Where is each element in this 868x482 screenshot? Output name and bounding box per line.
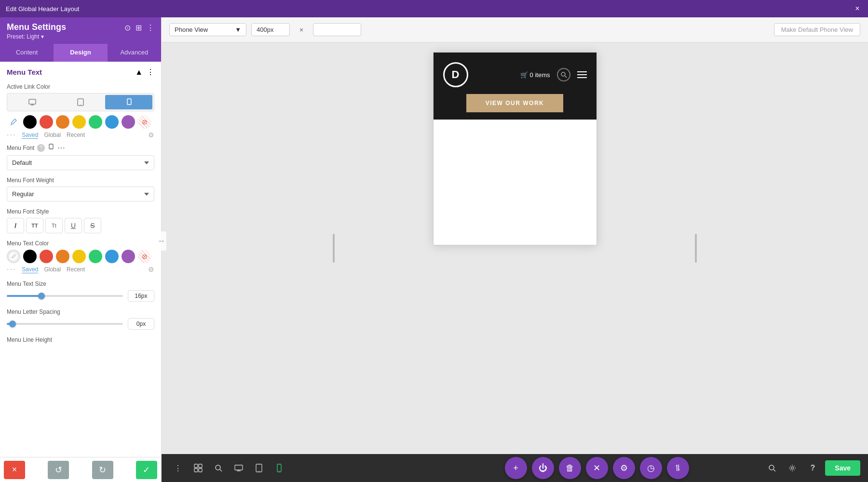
menu-letter-spacing-track[interactable] bbox=[7, 323, 123, 325]
panel-dots-icon[interactable]: ⋮ bbox=[147, 23, 154, 32]
style-underline[interactable]: U bbox=[65, 218, 82, 233]
menu-font-weight-select[interactable]: Regular Bold Light bbox=[7, 187, 154, 201]
bt-add-btn[interactable]: + bbox=[505, 457, 527, 479]
color-swatch-purple[interactable] bbox=[122, 115, 135, 129]
color-type-desktop[interactable] bbox=[9, 95, 56, 109]
color-type-custom[interactable] bbox=[105, 95, 152, 109]
bt-power-btn[interactable]: ⏻ bbox=[532, 457, 554, 479]
bt-right-search[interactable] bbox=[764, 460, 780, 476]
svg-rect-18 bbox=[235, 465, 243, 470]
section-menu-icon[interactable]: ⋮ bbox=[147, 67, 154, 77]
tab-content[interactable]: Content bbox=[0, 44, 54, 62]
color-meta-gear-text[interactable]: ⚙ bbox=[148, 266, 154, 273]
bt-close-btn[interactable]: ✕ bbox=[586, 457, 608, 479]
bt-layers-btn[interactable]: ⥮ bbox=[667, 457, 689, 479]
bt-desktop-icon[interactable] bbox=[230, 459, 247, 477]
color-swatch-black-text[interactable] bbox=[23, 250, 37, 263]
color-swatch-orange-text[interactable] bbox=[56, 250, 69, 263]
menu-text-color-swatches: ⊘ bbox=[7, 250, 154, 263]
color-eyedropper-active[interactable] bbox=[7, 115, 20, 129]
menu-font-menu[interactable]: ⋯ bbox=[57, 143, 65, 152]
bottom-bar: × ↺ ↻ ✓ bbox=[0, 457, 161, 482]
canvas-resize-right[interactable] bbox=[695, 234, 697, 263]
svg-point-16 bbox=[216, 465, 220, 470]
bt-tablet-icon[interactable] bbox=[250, 459, 268, 477]
color-swatch-orange[interactable] bbox=[56, 115, 69, 129]
bt-settings-btn[interactable]: ⚙ bbox=[613, 457, 635, 479]
color-swatch-green-text[interactable] bbox=[89, 250, 102, 263]
color-swatch-black[interactable] bbox=[23, 115, 37, 129]
color-swatch-red[interactable] bbox=[40, 115, 53, 129]
bt-right-help[interactable]: ? bbox=[805, 460, 820, 476]
save-button[interactable]: Save bbox=[825, 460, 860, 476]
color-meta-global[interactable]: Global bbox=[44, 132, 61, 138]
svg-line-7 bbox=[11, 124, 12, 125]
bt-phone-icon[interactable] bbox=[271, 459, 288, 477]
style-italic[interactable]: I bbox=[7, 218, 24, 233]
title-bar-text: Edit Global Header Layout bbox=[6, 5, 79, 13]
color-clear-active[interactable]: ⊘ bbox=[138, 115, 151, 129]
color-clear-text[interactable]: ⊘ bbox=[138, 250, 151, 263]
bt-dots-icon[interactable]: ⋮ bbox=[169, 459, 187, 477]
menu-text-size-input[interactable] bbox=[128, 290, 154, 302]
hamburger-icon[interactable] bbox=[577, 71, 587, 78]
view-selector[interactable]: Phone View ▼ bbox=[169, 23, 246, 36]
canvas-resize-left[interactable] bbox=[333, 234, 335, 263]
color-swatch-yellow-text[interactable] bbox=[72, 250, 86, 263]
menu-letter-spacing-input[interactable] bbox=[128, 318, 154, 330]
color-swatch-red-text[interactable] bbox=[40, 250, 53, 263]
bt-right: ? Save bbox=[764, 460, 860, 476]
menu-text-size-fill bbox=[7, 295, 41, 297]
cta-button[interactable]: VIEW OUR WORK bbox=[466, 94, 564, 112]
make-default-btn[interactable]: Make Default Phone View bbox=[774, 23, 860, 36]
color-swatch-green[interactable] bbox=[89, 115, 102, 129]
color-swatch-yellow[interactable] bbox=[72, 115, 86, 129]
menu-font-select[interactable]: Default Open Sans Roboto bbox=[7, 155, 154, 170]
menu-letter-spacing-thumb[interactable] bbox=[9, 321, 16, 327]
color-eyedropper-text[interactable] bbox=[7, 250, 20, 263]
color-meta-recent-text[interactable]: Recent bbox=[67, 266, 85, 273]
redo-button[interactable]: ↻ bbox=[92, 461, 113, 479]
svg-line-17 bbox=[220, 469, 222, 471]
px-input[interactable] bbox=[251, 23, 290, 36]
color-type-tablet[interactable] bbox=[57, 95, 104, 109]
resize-handle[interactable]: ↔ bbox=[157, 231, 166, 251]
section-header: Menu Text ▲ ⋮ bbox=[7, 67, 154, 77]
panel-eye-icon[interactable]: ⊙ bbox=[124, 23, 131, 32]
color-meta-saved[interactable]: Saved bbox=[22, 132, 38, 139]
menu-font-device[interactable] bbox=[48, 144, 54, 152]
section-collapse-icon[interactable]: ▲ bbox=[135, 68, 143, 77]
panel-grid-icon[interactable]: ⊞ bbox=[136, 23, 142, 32]
bt-right-settings[interactable] bbox=[785, 460, 800, 476]
tab-advanced[interactable]: Advanced bbox=[108, 44, 161, 62]
menu-text-size-track[interactable] bbox=[7, 295, 123, 297]
bt-history-btn[interactable]: ◷ bbox=[640, 457, 662, 479]
color-meta-global-text[interactable]: Global bbox=[44, 266, 61, 273]
style-tt-upper[interactable]: TT bbox=[26, 218, 43, 233]
main-layout: Menu Settings ⊙ ⊞ ⋮ Preset: Light ▾ Cont… bbox=[0, 17, 868, 482]
clear-btn[interactable]: × bbox=[295, 23, 308, 37]
panel-preset[interactable]: Preset: Light ▾ bbox=[7, 33, 154, 40]
style-strikethrough[interactable]: S bbox=[84, 218, 101, 233]
extra-input[interactable] bbox=[313, 23, 361, 36]
bt-trash-btn[interactable]: 🗑 bbox=[559, 457, 581, 479]
menu-text-size-thumb[interactable] bbox=[38, 293, 45, 299]
menu-text-size-label: Menu Text Size bbox=[7, 281, 154, 287]
cancel-button[interactable]: × bbox=[4, 461, 25, 479]
bt-search-icon[interactable] bbox=[210, 459, 227, 477]
title-bar-close[interactable]: × bbox=[853, 4, 862, 13]
color-swatch-blue[interactable] bbox=[105, 115, 119, 129]
color-swatch-blue-text[interactable] bbox=[105, 250, 119, 263]
color-type-row bbox=[7, 93, 154, 111]
color-meta-recent[interactable]: Recent bbox=[67, 132, 85, 138]
svg-point-24 bbox=[279, 470, 279, 471]
confirm-button[interactable]: ✓ bbox=[136, 461, 157, 479]
tab-design[interactable]: Design bbox=[54, 44, 107, 62]
color-swatch-purple-text[interactable] bbox=[122, 250, 135, 263]
undo-button[interactable]: ↺ bbox=[48, 461, 69, 479]
menu-font-help[interactable]: ? bbox=[37, 144, 45, 152]
style-tt-lower[interactable]: Tt bbox=[45, 218, 63, 233]
bt-grid-icon[interactable] bbox=[190, 459, 207, 477]
color-meta-saved-text[interactable]: Saved bbox=[22, 266, 38, 273]
color-meta-gear[interactable]: ⚙ bbox=[148, 131, 154, 139]
